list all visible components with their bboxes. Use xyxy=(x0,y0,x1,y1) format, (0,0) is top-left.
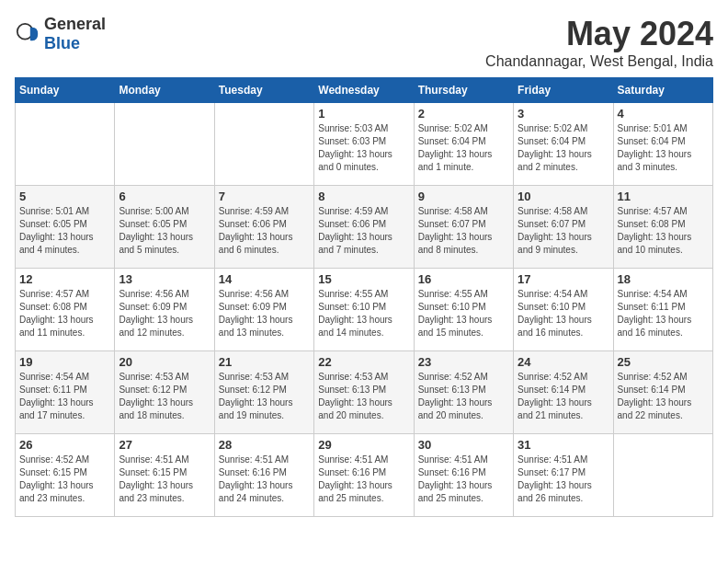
week-row-2: 5Sunrise: 5:01 AM Sunset: 6:05 PM Daylig… xyxy=(16,186,713,269)
col-header-thursday: Thursday xyxy=(414,78,513,103)
day-info: Sunrise: 5:01 AM Sunset: 6:04 PM Dayligh… xyxy=(618,122,709,174)
calendar-cell: 29Sunrise: 4:51 AM Sunset: 6:16 PM Dayli… xyxy=(314,434,414,517)
calendar-table: SundayMondayTuesdayWednesdayThursdayFrid… xyxy=(15,77,713,517)
day-info: Sunrise: 4:52 AM Sunset: 6:14 PM Dayligh… xyxy=(518,371,609,422)
calendar-cell: 11Sunrise: 4:57 AM Sunset: 6:08 PM Dayli… xyxy=(613,186,712,269)
day-info: Sunrise: 4:52 AM Sunset: 6:15 PM Dayligh… xyxy=(19,454,110,505)
calendar-cell: 10Sunrise: 4:58 AM Sunset: 6:07 PM Dayli… xyxy=(514,186,613,269)
day-number: 5 xyxy=(19,190,110,203)
day-number: 2 xyxy=(418,107,509,121)
col-header-saturday: Saturday xyxy=(613,78,712,103)
week-row-3: 12Sunrise: 4:57 AM Sunset: 6:08 PM Dayli… xyxy=(16,269,713,351)
calendar-cell: 20Sunrise: 4:53 AM Sunset: 6:12 PM Dayli… xyxy=(115,351,214,434)
calendar-cell: 5Sunrise: 5:01 AM Sunset: 6:05 PM Daylig… xyxy=(16,186,115,269)
calendar-cell: 30Sunrise: 4:51 AM Sunset: 6:16 PM Dayli… xyxy=(414,434,513,517)
col-header-monday: Monday xyxy=(115,78,214,103)
day-number: 17 xyxy=(518,272,609,286)
day-info: Sunrise: 4:54 AM Sunset: 6:11 PM Dayligh… xyxy=(19,371,110,422)
day-info: Sunrise: 4:51 AM Sunset: 6:17 PM Dayligh… xyxy=(518,454,609,505)
day-number: 25 xyxy=(618,355,709,369)
day-info: Sunrise: 4:55 AM Sunset: 6:10 PM Dayligh… xyxy=(318,288,409,339)
month-title: May 2024 xyxy=(485,15,713,53)
day-info: Sunrise: 4:57 AM Sunset: 6:08 PM Dayligh… xyxy=(19,288,110,339)
week-row-4: 19Sunrise: 4:54 AM Sunset: 6:11 PM Dayli… xyxy=(16,351,713,434)
day-number: 8 xyxy=(318,190,409,203)
calendar-cell: 27Sunrise: 4:51 AM Sunset: 6:15 PM Dayli… xyxy=(115,434,214,517)
day-info: Sunrise: 4:51 AM Sunset: 6:15 PM Dayligh… xyxy=(119,454,210,505)
day-info: Sunrise: 4:52 AM Sunset: 6:13 PM Dayligh… xyxy=(418,371,509,422)
day-number: 1 xyxy=(318,107,409,121)
day-number: 20 xyxy=(119,355,210,369)
logo: General Blue xyxy=(15,15,106,53)
day-info: Sunrise: 5:00 AM Sunset: 6:05 PM Dayligh… xyxy=(119,205,210,257)
day-number: 26 xyxy=(19,438,110,452)
calendar-cell: 12Sunrise: 4:57 AM Sunset: 6:08 PM Dayli… xyxy=(16,269,115,351)
calendar-cell: 3Sunrise: 5:02 AM Sunset: 6:04 PM Daylig… xyxy=(514,103,613,186)
day-number: 14 xyxy=(219,272,310,286)
logo-text-general: General xyxy=(44,15,106,33)
calendar-cell xyxy=(613,434,712,517)
day-number: 10 xyxy=(518,190,609,203)
day-number: 9 xyxy=(418,190,509,203)
day-number: 16 xyxy=(418,272,509,286)
calendar-cell: 26Sunrise: 4:52 AM Sunset: 6:15 PM Dayli… xyxy=(16,434,115,517)
day-number: 11 xyxy=(618,190,709,203)
day-number: 23 xyxy=(418,355,509,369)
calendar-cell: 13Sunrise: 4:56 AM Sunset: 6:09 PM Dayli… xyxy=(115,269,214,351)
day-number: 12 xyxy=(19,272,110,286)
day-info: Sunrise: 4:52 AM Sunset: 6:14 PM Dayligh… xyxy=(618,371,709,422)
calendar-cell: 25Sunrise: 4:52 AM Sunset: 6:14 PM Dayli… xyxy=(613,351,712,434)
calendar-cell xyxy=(115,103,214,186)
calendar-cell: 18Sunrise: 4:54 AM Sunset: 6:11 PM Dayli… xyxy=(613,269,712,351)
day-info: Sunrise: 4:59 AM Sunset: 6:06 PM Dayligh… xyxy=(219,205,310,257)
day-info: Sunrise: 4:57 AM Sunset: 6:08 PM Dayligh… xyxy=(618,205,709,257)
day-number: 4 xyxy=(618,107,709,121)
calendar-cell: 16Sunrise: 4:55 AM Sunset: 6:10 PM Dayli… xyxy=(414,269,513,351)
day-info: Sunrise: 4:55 AM Sunset: 6:10 PM Dayligh… xyxy=(418,288,509,339)
calendar-cell: 22Sunrise: 4:53 AM Sunset: 6:13 PM Dayli… xyxy=(314,351,414,434)
day-number: 21 xyxy=(219,355,310,369)
logo-icon xyxy=(15,21,40,47)
day-info: Sunrise: 4:51 AM Sunset: 6:16 PM Dayligh… xyxy=(418,454,509,505)
day-number: 19 xyxy=(19,355,110,369)
day-info: Sunrise: 4:54 AM Sunset: 6:11 PM Dayligh… xyxy=(618,288,709,339)
header-row: SundayMondayTuesdayWednesdayThursdayFrid… xyxy=(16,78,713,103)
location-title: Chandannagar, West Bengal, India xyxy=(485,53,713,70)
col-header-wednesday: Wednesday xyxy=(314,78,414,103)
day-number: 18 xyxy=(618,272,709,286)
logo-text-blue: Blue xyxy=(44,34,80,52)
day-info: Sunrise: 4:51 AM Sunset: 6:16 PM Dayligh… xyxy=(318,454,409,505)
day-number: 30 xyxy=(418,438,509,452)
day-info: Sunrise: 4:56 AM Sunset: 6:09 PM Dayligh… xyxy=(119,288,210,339)
calendar-cell: 24Sunrise: 4:52 AM Sunset: 6:14 PM Dayli… xyxy=(514,351,613,434)
calendar-cell xyxy=(214,103,313,186)
calendar-cell xyxy=(16,103,115,186)
day-number: 28 xyxy=(219,438,310,452)
title-area: May 2024 Chandannagar, West Bengal, Indi… xyxy=(485,15,713,70)
day-info: Sunrise: 5:03 AM Sunset: 6:03 PM Dayligh… xyxy=(318,122,409,174)
calendar-cell: 23Sunrise: 4:52 AM Sunset: 6:13 PM Dayli… xyxy=(414,351,513,434)
day-info: Sunrise: 5:02 AM Sunset: 6:04 PM Dayligh… xyxy=(518,122,609,174)
calendar-cell: 1Sunrise: 5:03 AM Sunset: 6:03 PM Daylig… xyxy=(314,103,414,186)
day-info: Sunrise: 4:51 AM Sunset: 6:16 PM Dayligh… xyxy=(219,454,310,505)
week-row-5: 26Sunrise: 4:52 AM Sunset: 6:15 PM Dayli… xyxy=(16,434,713,517)
day-info: Sunrise: 5:01 AM Sunset: 6:05 PM Dayligh… xyxy=(19,205,110,257)
day-info: Sunrise: 5:02 AM Sunset: 6:04 PM Dayligh… xyxy=(418,122,509,174)
calendar-cell: 15Sunrise: 4:55 AM Sunset: 6:10 PM Dayli… xyxy=(314,269,414,351)
day-info: Sunrise: 4:58 AM Sunset: 6:07 PM Dayligh… xyxy=(518,205,609,257)
calendar-cell: 7Sunrise: 4:59 AM Sunset: 6:06 PM Daylig… xyxy=(214,186,313,269)
day-number: 22 xyxy=(318,355,409,369)
day-info: Sunrise: 4:56 AM Sunset: 6:09 PM Dayligh… xyxy=(219,288,310,339)
calendar-cell: 6Sunrise: 5:00 AM Sunset: 6:05 PM Daylig… xyxy=(115,186,214,269)
day-info: Sunrise: 4:58 AM Sunset: 6:07 PM Dayligh… xyxy=(418,205,509,257)
day-number: 24 xyxy=(518,355,609,369)
day-info: Sunrise: 4:53 AM Sunset: 6:12 PM Dayligh… xyxy=(219,371,310,422)
day-number: 6 xyxy=(119,190,210,203)
calendar-cell: 9Sunrise: 4:58 AM Sunset: 6:07 PM Daylig… xyxy=(414,186,513,269)
day-info: Sunrise: 4:53 AM Sunset: 6:13 PM Dayligh… xyxy=(318,371,409,422)
day-info: Sunrise: 4:53 AM Sunset: 6:12 PM Dayligh… xyxy=(119,371,210,422)
calendar-cell: 28Sunrise: 4:51 AM Sunset: 6:16 PM Dayli… xyxy=(214,434,313,517)
week-row-1: 1Sunrise: 5:03 AM Sunset: 6:03 PM Daylig… xyxy=(16,103,713,186)
day-number: 7 xyxy=(219,190,310,203)
day-number: 29 xyxy=(318,438,409,452)
